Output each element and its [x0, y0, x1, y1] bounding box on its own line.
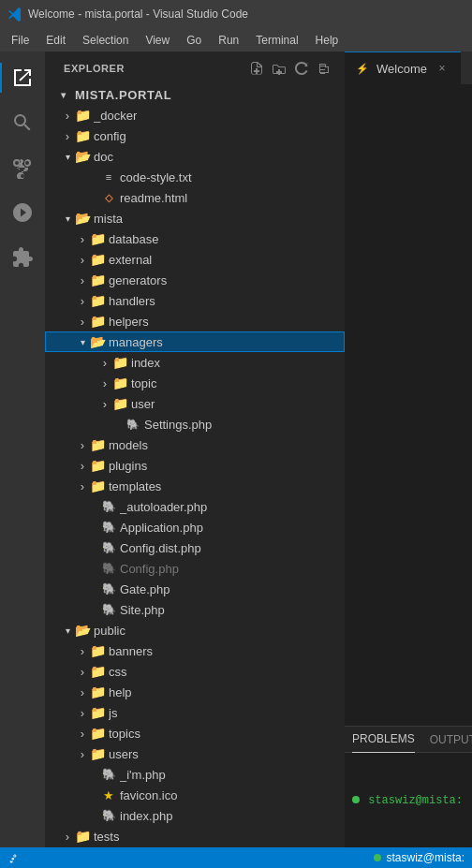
tree-item-tests[interactable]: 📁 tests	[45, 826, 345, 846]
label-settings: Settings.php	[144, 418, 345, 432]
php-icon-settings: 🐘	[125, 417, 140, 432]
tree-item-index[interactable]: 📁 index	[45, 352, 345, 373]
chevron-topic	[97, 375, 112, 390]
status-right: staswiz@mista:	[374, 851, 465, 864]
folder-icon-config: 📁	[75, 128, 90, 143]
folder-icon-css: 📁	[90, 664, 105, 679]
root-label[interactable]: MISTA.PORTAL	[45, 84, 345, 105]
label-help: help	[109, 685, 345, 699]
chevron-external	[75, 252, 90, 267]
tab-welcome[interactable]: ⚡ Welcome ×	[345, 51, 461, 84]
chevron-js	[75, 705, 90, 720]
label-css: css	[109, 665, 345, 679]
status-dot	[352, 796, 360, 803]
status-git[interactable]	[7, 851, 21, 864]
ico-icon-favicon: ★	[101, 787, 116, 802]
tree-item-application[interactable]: 🐘 Application.php	[45, 517, 345, 537]
label-autoloader: _autoloader.php	[120, 500, 345, 514]
php-icon-im: 🐘	[101, 767, 116, 782]
tree-item-public[interactable]: 📂 public	[45, 620, 345, 640]
tab-welcome-icon: ⚡	[356, 63, 369, 75]
menu-terminal[interactable]: Terminal	[248, 32, 305, 49]
label-js: js	[109, 706, 345, 720]
folder-icon-database: 📁	[90, 231, 105, 246]
chevron-database	[75, 231, 90, 246]
tree-item-topics[interactable]: 📁 topics	[45, 723, 345, 743]
menu-edit[interactable]: Edit	[38, 32, 73, 49]
menu-help[interactable]: Help	[308, 32, 347, 49]
new-file-button[interactable]	[247, 59, 266, 78]
tree-item-gate[interactable]: 🐘 Gate.php	[45, 579, 345, 599]
collapse-button[interactable]	[315, 59, 333, 78]
tree-item-js[interactable]: 📁 js	[45, 702, 345, 723]
new-folder-button[interactable]	[270, 59, 288, 78]
tree-item-css[interactable]: 📁 css	[45, 661, 345, 682]
tree-item-config-dist[interactable]: 🐘 Config.dist.php	[45, 537, 345, 558]
tree-item-topic[interactable]: 📁 topic	[45, 373, 345, 393]
chevron-templates	[75, 478, 90, 493]
tab-problems[interactable]: PROBLEMS	[352, 727, 415, 753]
sidebar: EXPLORER	[45, 51, 345, 847]
tree-item-autoloader[interactable]: 🐘 _autoloader.php	[45, 496, 345, 517]
activity-search[interactable]	[0, 100, 45, 145]
tree-item-docker[interactable]: 📁 _docker	[45, 105, 345, 125]
folder-icon-managers: 📂	[90, 334, 105, 349]
tree-item-site[interactable]: 🐘 Site.php	[45, 599, 345, 620]
tree-item-gitignore[interactable]: ◈ .gitignore	[45, 846, 345, 847]
menu-view[interactable]: View	[138, 32, 177, 49]
tree-item-index-php[interactable]: 🐘 index.php	[45, 805, 345, 826]
tree-item-mista[interactable]: 📂 mista	[45, 208, 345, 228]
folder-icon-tests: 📁	[75, 829, 90, 844]
tree-item-favicon[interactable]: ★ favicon.ico	[45, 785, 345, 805]
tree-item-external[interactable]: 📁 external	[45, 249, 345, 270]
tree-item-helpers[interactable]: 📁 helpers	[45, 311, 345, 331]
chevron-public	[60, 623, 75, 638]
label-plugins: plugins	[109, 459, 345, 473]
refresh-button[interactable]	[292, 59, 311, 78]
chevron-managers	[75, 334, 90, 349]
label-models: models	[109, 438, 345, 452]
tree-item-managers[interactable]: 📂 managers	[45, 331, 345, 352]
activity-extensions[interactable]	[0, 235, 45, 280]
chevron-handlers	[75, 293, 90, 308]
label-tests: tests	[94, 830, 345, 844]
tree-item-code-style[interactable]: ≡ code-style.txt	[45, 167, 345, 187]
tree-item-readme[interactable]: ◇ readme.html	[45, 187, 345, 208]
tree-item-plugins[interactable]: 📁 plugins	[45, 455, 345, 476]
folder-icon-models: 📁	[90, 437, 105, 452]
tab-close-welcome[interactable]: ×	[435, 61, 450, 76]
activity-source-control[interactable]	[0, 145, 45, 190]
menu-go[interactable]: Go	[179, 32, 209, 49]
tree-item-templates[interactable]: 📁 templates	[45, 476, 345, 496]
menu-run[interactable]: Run	[211, 32, 246, 49]
php-icon-application: 🐘	[101, 520, 116, 535]
menu-selection[interactable]: Selection	[75, 32, 136, 49]
tree-item-models[interactable]: 📁 models	[45, 434, 345, 455]
activity-explorer[interactable]	[0, 55, 45, 100]
status-user: staswiz@mista:	[374, 851, 465, 864]
tree-item-generators[interactable]: 📁 generators	[45, 270, 345, 290]
tree-item-banners[interactable]: 📁 banners	[45, 640, 345, 661]
tab-output[interactable]: OUTPUT	[430, 727, 472, 753]
tree-item-config-php[interactable]: 🐘 Config.php	[45, 558, 345, 579]
label-managers: managers	[109, 335, 345, 349]
chevron-users	[75, 746, 90, 761]
folder-icon-help: 📁	[90, 684, 105, 699]
tree-item-help[interactable]: 📁 help	[45, 682, 345, 702]
tree-item-settings[interactable]: 🐘 Settings.php	[45, 414, 345, 434]
folder-icon-mista: 📂	[75, 211, 90, 226]
activity-bar	[0, 51, 45, 847]
tree-item-doc[interactable]: 📂 doc	[45, 146, 345, 167]
problems-content: staswiz@mista:	[345, 753, 472, 847]
menu-file[interactable]: File	[4, 32, 37, 49]
tree-item-handlers[interactable]: 📁 handlers	[45, 290, 345, 311]
tree-item-user[interactable]: 📁 user	[45, 393, 345, 414]
activity-run[interactable]	[0, 190, 45, 235]
folder-icon-doc: 📂	[75, 149, 90, 164]
tree-item-im[interactable]: 🐘 _i'm.php	[45, 764, 345, 785]
label-index: index	[131, 356, 345, 370]
tree-item-users[interactable]: 📁 users	[45, 743, 345, 764]
html-icon-readme: ◇	[101, 190, 116, 205]
tree-item-config[interactable]: 📁 config	[45, 125, 345, 146]
tree-item-database[interactable]: 📁 database	[45, 228, 345, 249]
